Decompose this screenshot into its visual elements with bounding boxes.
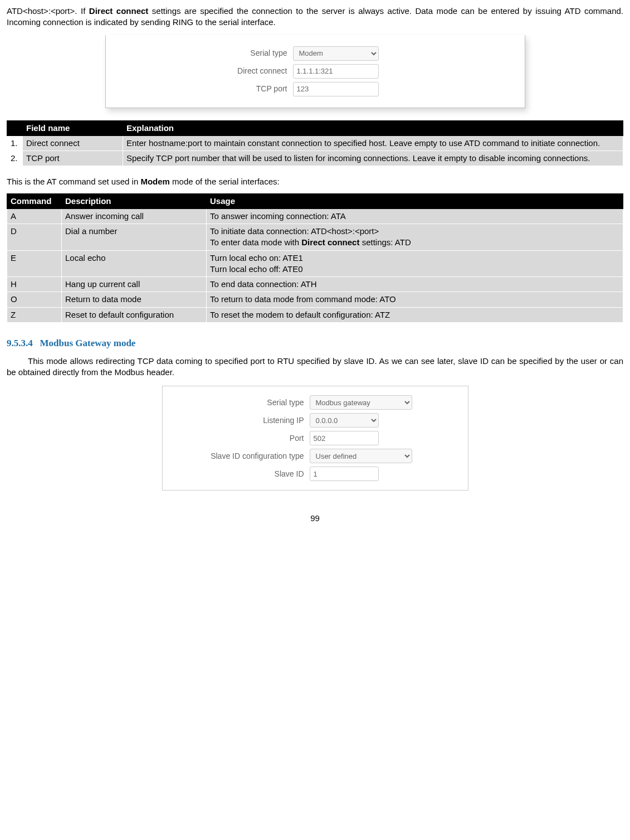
row-port: Port — [170, 431, 460, 445]
usage-line1: To initiate data connection: ATD<host>:<… — [210, 226, 379, 236]
mid-post: mode of the serial interfaces: — [170, 177, 280, 186]
usage-cell: Turn local echo on: ATE1 Turn local echo… — [207, 250, 623, 277]
mid-paragraph: This is the AT command set used in Modem… — [7, 176, 623, 187]
intro-bold: Direct connect — [89, 6, 149, 16]
serial-type-select[interactable]: Modem — [293, 46, 379, 61]
cmd-cell: D — [7, 224, 62, 251]
field-explanation-table: Field name Explanation 1. Direct connect… — [7, 120, 623, 167]
desc-cell: Dial a number — [62, 224, 207, 251]
label-serial-type-2: Serial type — [170, 397, 310, 408]
intro-pre: ATD<host>:<port>. If — [7, 6, 89, 16]
field-name-cell: TCP port — [23, 151, 123, 166]
usage-cell: To reset the modem to default configurat… — [207, 307, 623, 322]
cmd-cell: A — [7, 208, 62, 224]
section-body: This mode allows redirecting TCP data co… — [7, 356, 623, 378]
row-direct-connect: Direct connect — [115, 64, 516, 79]
header-blank — [7, 120, 23, 135]
usage-line2-bold: Direct connect — [301, 237, 359, 247]
cmd-cell: E — [7, 250, 62, 277]
row-slave-cfg: Slave ID configuration type User defined — [170, 449, 460, 463]
usage-cell: To return to data mode from command mode… — [207, 292, 623, 307]
listening-ip-select[interactable]: 0.0.0.0 — [310, 413, 379, 428]
desc-cell: Return to data mode — [62, 292, 207, 307]
slave-id-input[interactable] — [310, 467, 379, 481]
header-description: Description — [62, 193, 207, 208]
usage-line2-pre: To enter data mode with — [210, 237, 301, 247]
direct-connect-input[interactable] — [293, 64, 379, 79]
usage-cell: To end data connection: ATH — [207, 277, 623, 292]
port-input[interactable] — [310, 431, 379, 445]
row-slave-id: Slave ID — [170, 467, 460, 481]
label-direct-connect: Direct connect — [115, 66, 293, 76]
row-number: 1. — [7, 135, 23, 150]
cmd-cell: H — [7, 277, 62, 292]
label-serial-type: Serial type — [115, 48, 293, 59]
row-serial-type: Serial type Modem — [115, 46, 516, 61]
table-row: H Hang up current call To end data conne… — [7, 277, 623, 292]
desc-cell: Reset to default configuration — [62, 307, 207, 322]
table-row: E Local echo Turn local echo on: ATE1 Tu… — [7, 250, 623, 277]
section-number: 9.5.3.4 — [7, 338, 33, 348]
table-header-row: Field name Explanation — [7, 120, 623, 135]
table-row: A Answer incoming call To answer incomin… — [7, 208, 623, 224]
label-port: Port — [170, 433, 310, 444]
desc-cell: Hang up current call — [62, 277, 207, 292]
desc-cell: Answer incoming call — [62, 208, 207, 224]
usage-line2-post: settings: ATD — [359, 237, 411, 247]
modbus-settings-panel: Serial type Modbus gateway Listening IP … — [162, 386, 468, 491]
header-explanation: Explanation — [123, 120, 623, 135]
tcp-port-input[interactable] — [293, 82, 379, 96]
row-listening-ip: Listening IP 0.0.0.0 — [170, 413, 460, 428]
cmd-cell: Z — [7, 307, 62, 322]
table-row: Z Reset to default configuration To rese… — [7, 307, 623, 322]
slave-cfg-select[interactable]: User defined — [310, 449, 412, 463]
label-slave-cfg: Slave ID configuration type — [170, 451, 310, 462]
mid-pre: This is the AT command set used in — [7, 177, 140, 186]
table-header-row: Command Description Usage — [7, 193, 623, 208]
usage-line1: Turn local echo on: ATE1 — [210, 253, 303, 263]
usage-cell: To answer incoming connection: ATA — [207, 208, 623, 224]
field-name-cell: Direct connect — [23, 135, 123, 150]
table-row: 2. TCP port Specify TCP port number that… — [7, 151, 623, 166]
explanation-cell: Enter hostname:port to maintain constant… — [123, 135, 623, 150]
row-number: 2. — [7, 151, 23, 166]
label-tcp-port: TCP port — [115, 84, 293, 94]
page-number: 99 — [7, 513, 623, 524]
at-command-table: Command Description Usage A Answer incom… — [7, 193, 623, 323]
usage-line2: Turn local echo off: ATE0 — [210, 264, 302, 274]
cmd-cell: O — [7, 292, 62, 307]
explanation-cell: Specify TCP port number that will be use… — [123, 151, 623, 166]
table-row: 1. Direct connect Enter hostname:port to… — [7, 135, 623, 150]
usage-cell: To initiate data connection: ATD<host>:<… — [207, 224, 623, 251]
row-serial-type-2: Serial type Modbus gateway — [170, 395, 460, 410]
modem-settings-panel: Serial type Modem Direct connect TCP por… — [105, 35, 525, 108]
mid-bold: Modem — [140, 177, 170, 186]
section-title: Modbus Gateway mode — [40, 338, 136, 348]
header-usage: Usage — [207, 193, 623, 208]
serial-type-select-2[interactable]: Modbus gateway — [310, 395, 412, 410]
label-slave-id: Slave ID — [170, 469, 310, 479]
header-command: Command — [7, 193, 62, 208]
row-tcp-port: TCP port — [115, 82, 516, 96]
table-row: O Return to data mode To return to data … — [7, 292, 623, 307]
intro-paragraph: ATD<host>:<port>. If Direct connect sett… — [7, 6, 623, 28]
header-field-name: Field name — [23, 120, 123, 135]
desc-cell: Local echo — [62, 250, 207, 277]
label-listening-ip: Listening IP — [170, 415, 310, 426]
section-heading-modbus: 9.5.3.4 Modbus Gateway mode — [7, 337, 623, 350]
table-row: D Dial a number To initiate data connect… — [7, 224, 623, 251]
